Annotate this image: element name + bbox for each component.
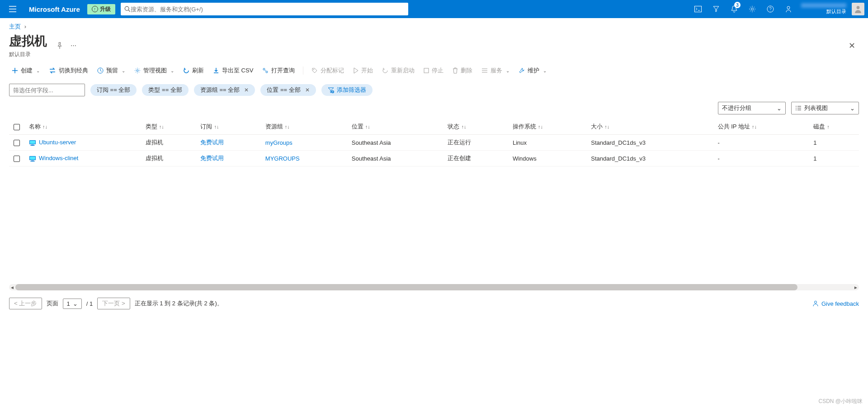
title-row: 虚拟机 默认目录 ⋯ ✕ (0, 33, 868, 58)
search-input[interactable] (131, 6, 405, 13)
help-icon[interactable] (761, 0, 779, 18)
pagination: < 上一步 页面 1⌄ / 1 下一页 > 正在显示 1 到 2 条记录(共 2… (0, 290, 868, 317)
group-by-dropdown[interactable]: 不进行分组⌄ (718, 102, 786, 114)
col-resource-group[interactable]: 资源组↑↓ (261, 119, 347, 135)
svg-rect-14 (30, 141, 35, 144)
filter-subscription[interactable]: 订阅 == 全部 (90, 84, 137, 96)
settings-icon[interactable] (743, 0, 761, 18)
feedback-icon[interactable] (779, 0, 797, 18)
svg-rect-15 (31, 145, 34, 145)
pin-icon[interactable] (56, 42, 63, 49)
cell-location: Southeast Asia (347, 135, 443, 151)
svg-rect-11 (424, 68, 429, 73)
table-row[interactable]: Windows-clinet虚拟机免费试用MYGROUPSSoutheast A… (9, 151, 859, 166)
chevron-down-icon: ⌄ (850, 105, 855, 112)
cell-size: Standard_DC1ds_v3 (586, 151, 713, 166)
cell-public-ip: - (713, 151, 809, 166)
svg-rect-19 (31, 161, 34, 161)
filter-resource-group[interactable]: 资源组 == 全部✕ (194, 84, 255, 96)
close-icon[interactable]: ✕ (845, 37, 859, 54)
col-public-ip[interactable]: 公共 IP 地址↑↓ (713, 119, 809, 135)
svg-point-2 (751, 8, 754, 10)
search-bar[interactable] (121, 3, 409, 15)
vm-name-link[interactable]: Windows-clinet (39, 155, 78, 161)
notifications-icon[interactable]: 3 (725, 0, 743, 18)
vm-icon (29, 156, 36, 162)
next-page-button[interactable]: 下一页 > (97, 298, 130, 309)
start-button: 开始 (350, 65, 376, 76)
header-actions: 3 默认目录 (689, 0, 864, 18)
vm-icon (29, 140, 36, 146)
vm-table: 名称↑↓ 类型↑↓ 订阅↑↓ 资源组↑↓ 位置↑↓ 状态↑↓ 操作系统↑↓ 大小… (0, 119, 868, 166)
resource-group-link[interactable]: myGroups (265, 139, 292, 146)
notification-badge: 3 (734, 2, 741, 8)
manage-view-button[interactable]: 管理视图⌄ (132, 65, 177, 76)
create-button[interactable]: 创建⌄ (9, 65, 42, 76)
breadcrumb-home[interactable]: 主页 (9, 23, 21, 30)
menu-icon[interactable] (4, 0, 22, 18)
svg-rect-16 (30, 145, 35, 146)
upgrade-button[interactable]: ↑ 升级 (87, 4, 115, 14)
cell-disks: 1 (809, 135, 859, 151)
horizontal-scrollbar[interactable]: ◄ ► (9, 284, 859, 290)
filter-type[interactable]: 类型 == 全部 (142, 84, 188, 96)
select-all-checkbox[interactable] (14, 124, 20, 130)
scroll-thumb[interactable] (15, 284, 797, 290)
page-title: 虚拟机 (9, 33, 47, 50)
col-subscription[interactable]: 订阅↑↓ (196, 119, 260, 135)
export-csv-button[interactable]: 导出至 CSV (210, 65, 256, 76)
vm-name-link[interactable]: Ubuntu-server (39, 139, 76, 146)
col-location[interactable]: 位置↑↓ (347, 119, 443, 135)
account-info[interactable]: 默认目录 (797, 3, 850, 14)
col-type[interactable]: 类型↑↓ (141, 119, 196, 135)
cloud-shell-icon[interactable] (689, 0, 707, 18)
subscription-link[interactable]: 免费试用 (200, 139, 224, 146)
col-name[interactable]: 名称↑↓ (24, 119, 141, 135)
brand-label[interactable]: Microsoft Azure (22, 5, 87, 13)
col-size[interactable]: 大小↑↓ (586, 119, 713, 135)
avatar[interactable] (852, 3, 864, 15)
svg-rect-1 (695, 6, 702, 12)
svg-point-4 (787, 6, 790, 9)
prev-page-button[interactable]: < 上一步 (9, 298, 42, 309)
add-filter-button[interactable]: 添加筛选器 (321, 84, 373, 96)
page-label: 页面 (47, 299, 58, 308)
toolbar-separator (303, 66, 303, 75)
scroll-left-icon[interactable]: ◄ (9, 284, 15, 290)
cell-status: 正在创建 (443, 151, 508, 166)
directory-filter-icon[interactable] (707, 0, 725, 18)
svg-rect-20 (30, 161, 35, 161)
maintenance-button[interactable]: 维护⌄ (516, 65, 549, 76)
directory-label: 默认目录 (826, 9, 846, 14)
subscription-link[interactable]: 免费试用 (200, 155, 224, 161)
scroll-right-icon[interactable]: ► (853, 284, 859, 290)
table-row[interactable]: Ubuntu-server虚拟机免费试用myGroupsSoutheast As… (9, 135, 859, 151)
filter-input[interactable] (9, 84, 85, 96)
give-feedback-link[interactable]: Give feedback (812, 300, 859, 307)
search-icon (124, 6, 131, 12)
switch-classic-button[interactable]: 切换到经典 (46, 65, 91, 76)
col-os[interactable]: 操作系统↑↓ (508, 119, 586, 135)
view-layout-dropdown[interactable]: 列表视图 ⌄ (791, 102, 859, 114)
col-status[interactable]: 状态↑↓ (443, 119, 508, 135)
open-query-button[interactable]: 打开查询 (259, 65, 297, 76)
filter-add-icon (328, 87, 334, 93)
cell-public-ip: - (713, 135, 809, 151)
assign-tags-button: 分配标记 (309, 65, 347, 76)
more-icon[interactable]: ⋯ (71, 42, 76, 49)
cell-disks: 1 (809, 151, 859, 166)
col-disks[interactable]: 磁盘↑ (809, 119, 859, 135)
filter-location[interactable]: 位置 == 全部✕ (260, 84, 316, 96)
refresh-button[interactable]: 刷新 (180, 65, 207, 76)
row-checkbox[interactable] (14, 156, 20, 162)
resource-group-link[interactable]: MYGROUPS (265, 155, 300, 162)
cell-os: Linux (508, 135, 586, 151)
row-checkbox[interactable] (14, 140, 20, 146)
reserve-button[interactable]: 预留⌄ (94, 65, 128, 76)
page-select[interactable]: 1⌄ (63, 299, 82, 309)
top-header: Microsoft Azure ↑ 升级 3 默认目录 (0, 0, 868, 18)
close-icon[interactable]: ✕ (244, 87, 249, 93)
delete-button: 删除 (450, 65, 475, 76)
pager-summary: 正在显示 1 到 2 条记录(共 2 条)。 (135, 299, 223, 308)
close-icon[interactable]: ✕ (305, 87, 310, 93)
